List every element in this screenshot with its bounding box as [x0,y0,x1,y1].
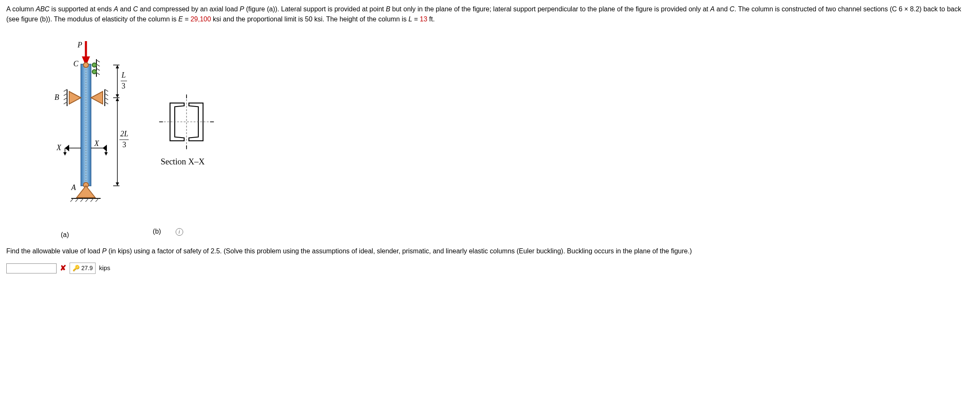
figure-labels-row: (a) (b) i [61,226,974,240]
text: Find the allowable value of load [6,247,102,255]
figure-a-wrapper: P C B [31,35,132,214]
svg-line-23 [105,102,108,104]
dim-top-den: 3 [122,82,125,90]
svg-line-16 [64,94,67,96]
answer-input[interactable] [6,263,57,273]
svg-marker-13 [91,91,103,104]
figure-b-label-group: (b) i [153,226,183,240]
svg-line-35 [70,198,73,202]
svg-point-4 [83,62,88,68]
text: and [715,5,730,13]
svg-marker-46 [116,94,119,98]
label-p: P [77,41,82,49]
text: ksi and the proportional limit is 50 ksi… [211,16,408,23]
svg-line-21 [105,94,108,96]
text: = [412,16,420,23]
svg-line-15 [64,89,67,91]
figure-b-label: (b) [153,228,161,235]
text: and compressed by an axial load [138,5,240,13]
text: but only in the plane of the figure; lat… [390,5,710,13]
svg-line-36 [75,198,78,202]
svg-line-17 [64,98,67,100]
section-label: Section X–X [161,157,205,166]
var-abc: ABC [36,5,49,13]
svg-marker-50 [116,182,119,186]
figure-a-label: (a) [61,230,69,240]
text: A column [6,5,36,13]
svg-line-40 [96,198,99,202]
label-b: B [54,93,59,102]
label-x2: X [94,139,99,148]
problem-statement: A column ABC is supported at ends A and … [6,4,974,24]
svg-point-10 [92,63,96,67]
label-a: A [71,183,76,192]
var-c2: C [730,5,735,13]
svg-marker-33 [77,186,95,198]
svg-marker-12 [69,91,81,104]
figure-b-svg: Section X–X [149,77,224,186]
text: is supported at ends [49,5,114,13]
figure-b-wrapper: Section X–X [149,77,224,214]
svg-marker-31 [104,152,108,156]
correct-answer-box: 🔑 27.9 [70,263,96,274]
svg-line-18 [64,102,67,104]
svg-marker-25 [65,145,69,151]
svg-line-38 [86,198,88,202]
text: = [183,16,190,23]
svg-line-20 [105,89,108,91]
question-text: Find the allowable value of load P (in k… [6,246,974,256]
dim-bot-den: 3 [122,141,126,149]
svg-line-39 [91,198,93,202]
var-a: A [114,5,118,13]
svg-marker-29 [63,152,67,156]
value-e: 29,100 [190,16,211,23]
text: (figure (a)). Lateral support is provide… [244,5,386,13]
info-icon[interactable]: i [176,228,183,236]
svg-line-9 [96,73,100,75]
text: (in kips) using a factor of safety of 2.… [106,247,692,255]
dim-top-num: L [121,71,126,79]
label-x1: X [56,143,62,152]
var-p: P [102,247,107,255]
var-c: C [133,5,138,13]
correct-answer-value: 27.9 [81,264,93,273]
incorrect-icon: ✘ [60,263,66,274]
svg-marker-49 [116,98,119,101]
svg-line-8 [96,68,100,70]
text: ft. [427,16,435,23]
svg-line-7 [96,64,100,66]
answer-unit: kips [99,263,110,273]
value-l: 13 [420,16,428,23]
label-c: C [73,60,79,68]
svg-point-11 [92,70,96,74]
svg-marker-45 [116,65,119,68]
var-e: E [179,16,183,23]
key-icon: 🔑 [73,264,80,273]
svg-line-6 [96,60,100,62]
text: and [118,5,133,13]
answer-row: ✘ 🔑 27.9 kips [6,263,974,274]
var-p: P [240,5,244,13]
var-a2: A [710,5,715,13]
var-b: B [386,5,390,13]
figure-a-svg: P C B [31,35,132,211]
svg-line-22 [105,98,108,100]
dim-bot-num: 2L [120,130,128,138]
figures-container: P C B [31,35,974,214]
svg-line-37 [80,198,83,202]
